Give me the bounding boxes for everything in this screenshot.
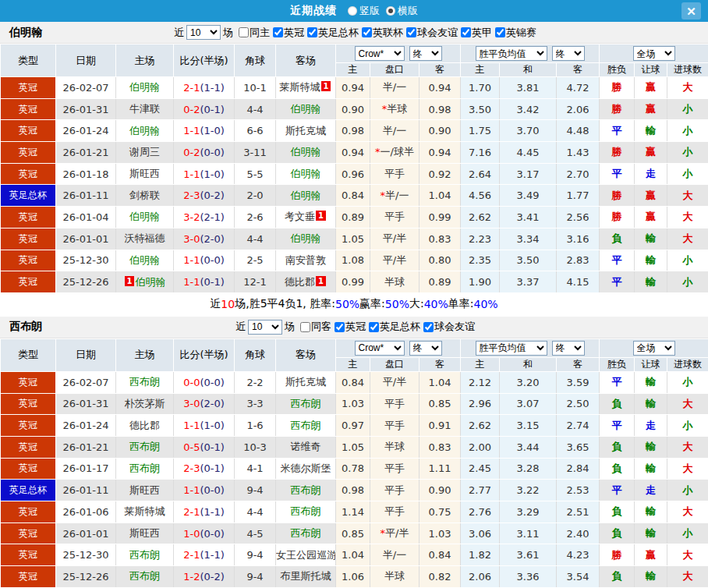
sub-column-header: 客: [419, 357, 461, 371]
near-label: 近: [235, 320, 246, 334]
avg-type-select[interactable]: 胜平负均值: [476, 46, 547, 61]
match-row: 英冠26-02-07西布朗0-0(0-0)2-2斯托克城0.84平/半1.042…: [1, 371, 708, 393]
rank-badge: 1: [125, 276, 135, 286]
column-header: 角球: [235, 338, 276, 371]
handicap-cell: 平手: [370, 480, 419, 501]
same-venue-checkbox-box[interactable]: [239, 27, 249, 37]
goals-result-cell: 小: [667, 98, 708, 120]
home-team-cell: 斯旺西: [116, 522, 174, 544]
goals-result-cell: 小: [667, 163, 708, 185]
layout-radio-label[interactable]: 横版: [398, 4, 418, 18]
avg-draw-cell: 3.17: [500, 163, 557, 185]
home-team-cell: 伯明翰: [116, 250, 174, 271]
layout-radio[interactable]: [386, 6, 395, 16]
avg-time-select[interactable]: 终: [552, 46, 585, 61]
avg-type-select[interactable]: 胜平负均值: [476, 341, 547, 356]
recent-results-overlay: 近期战绩 竖版横版 ✕ 伯明翰近10场同主英冠英足总杯英联杯球会友谊英甲英锦赛类…: [0, 0, 708, 588]
same-venue-checkbox[interactable]: 同主: [239, 26, 270, 40]
league-filter-checkbox[interactable]: 英联杯: [362, 26, 403, 40]
filter-bar: 伯明翰近10场同主英冠英足总杯英联杯球会友谊英甲英锦赛: [0, 22, 708, 44]
league-filter-checkbox-label: 英锦赛: [506, 26, 536, 40]
halftime-score: (0-1): [200, 462, 224, 474]
league-filter-checkbox[interactable]: 英足总杯: [369, 320, 420, 334]
score-cell: 2-1(1-1): [174, 77, 235, 99]
league-filter-checkbox-label: 英冠: [284, 26, 304, 40]
scope-select[interactable]: 全场: [633, 46, 675, 61]
column-header: 比分(半场): [174, 44, 235, 77]
goals-result-cell: 大: [667, 393, 708, 415]
halftime-score: (0-0): [200, 147, 224, 158]
league-filter-checkbox-box[interactable]: [406, 27, 416, 37]
layout-radio[interactable]: [348, 6, 357, 16]
handicap-result-cell: 輸: [635, 371, 667, 393]
league-filter-checkbox-box[interactable]: [461, 27, 471, 37]
layout-radio-label[interactable]: 竖版: [359, 4, 380, 18]
away-team-cell: 伯明翰: [276, 142, 336, 164]
handicap-cell: *平/半: [370, 522, 419, 544]
date-cell: 26-01-11: [56, 480, 116, 501]
handicap-text: 半球: [387, 103, 407, 115]
avg-home-cell: 2.62: [461, 207, 500, 228]
winloss-result-cell: 勝: [600, 98, 635, 120]
avg-home-cell: 1.70: [461, 77, 500, 99]
avg-home-cell: 2.00: [461, 436, 500, 458]
odds-time-select[interactable]: 终: [409, 46, 442, 61]
avg-home-cell: 2.23: [461, 228, 500, 250]
close-button[interactable]: ✕: [681, 2, 701, 19]
away-odds-cell: 1.11: [419, 458, 461, 480]
odds-time-select[interactable]: 终: [409, 341, 442, 356]
bookmaker-select[interactable]: Crow*: [355, 341, 405, 356]
league-filter-checkbox-box[interactable]: [423, 322, 434, 332]
league-cell: 英冠: [1, 98, 56, 120]
away-team-name: 布里斯托城: [281, 570, 331, 582]
league-filter-checkbox-box[interactable]: [362, 27, 372, 37]
league-filter-checkbox[interactable]: 英锦赛: [495, 26, 536, 40]
header-row-groups: 类型日期主场比分(半场)角球客场Crow*终胜平负均值终全场: [1, 338, 708, 357]
avg-time-select[interactable]: 终: [552, 341, 585, 356]
league-filter-checkbox[interactable]: 英冠: [335, 320, 366, 334]
handicap-cell: 半/一: [370, 120, 419, 142]
avg-home-cell: 3.50: [461, 98, 500, 120]
scope-select[interactable]: 全场: [633, 341, 675, 356]
league-filter-checkbox[interactable]: 英冠: [273, 26, 304, 40]
matches-label: 场: [223, 26, 233, 40]
bookmaker-select[interactable]: Crow*: [355, 46, 405, 61]
handicap-cell: 平/半: [370, 250, 419, 271]
league-filter-checkbox[interactable]: 球会友谊: [406, 26, 458, 40]
away-team-cell: 莱斯特城1: [276, 77, 336, 99]
avg-home-cell: 3.06: [461, 522, 500, 544]
league-filter-checkbox[interactable]: 英甲: [461, 26, 492, 40]
league-filter-checkbox-box[interactable]: [369, 322, 379, 332]
date-cell: 25-12-26: [56, 271, 116, 293]
match-count-select[interactable]: 10: [186, 25, 221, 40]
away-team-name: 女王公园巡游者: [276, 549, 336, 561]
avg-draw-cell: 4.45: [500, 142, 557, 164]
goals-result-cell: 大: [667, 77, 708, 99]
league-filter-checkbox-box[interactable]: [335, 322, 345, 332]
date-cell: 26-01-24: [56, 120, 116, 142]
avg-draw-cell: 3.44: [500, 436, 557, 458]
handicap-cell: 平/半: [370, 228, 419, 250]
league-cell: 英冠: [1, 415, 56, 437]
match-row: 英足总杯26-01-11斯旺西1-1(0-0)9-4西布朗0.98平手0.902…: [1, 480, 708, 501]
same-venue-checkbox-box[interactable]: [300, 322, 310, 332]
league-filter-checkbox-box[interactable]: [307, 27, 317, 37]
match-row: 英冠25-12-30伯明翰1-1(0-0)2-5南安普敦1.08平/半0.802…: [1, 250, 708, 271]
home-team-cell: 西布朗: [116, 566, 174, 588]
winloss-result-cell: 負: [600, 228, 635, 250]
league-filter-checkbox[interactable]: 英足总杯: [307, 26, 359, 40]
same-venue-checkbox[interactable]: 同客: [300, 320, 331, 334]
corners-cell: 9-4: [235, 566, 276, 588]
league-filter-checkbox-box[interactable]: [273, 27, 283, 37]
handicap-cell: 半/一: [370, 544, 419, 566]
handicap-result-cell: 輸: [635, 250, 667, 271]
league-filter-checkbox[interactable]: 球会友谊: [423, 320, 475, 334]
match-count-select[interactable]: 10: [248, 320, 282, 335]
handicap-text: 平手: [384, 505, 405, 517]
avg-draw-cell: 3.29: [500, 501, 557, 523]
league-filter-checkbox-box[interactable]: [495, 27, 505, 37]
handicap-cell: 半球: [370, 271, 419, 293]
date-cell: 26-01-06: [56, 501, 116, 523]
league-filter-checkbox-label: 英足总杯: [380, 320, 420, 334]
goals-result-cell: 小: [667, 522, 708, 544]
